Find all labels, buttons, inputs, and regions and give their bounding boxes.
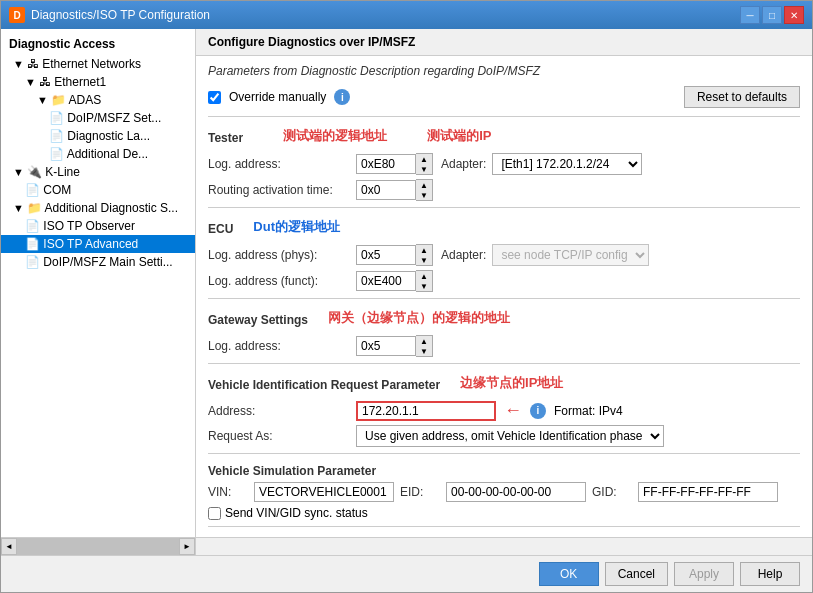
tester-adapter-section: Adapter: [Eth1] 172.20.1.2/24 bbox=[441, 153, 642, 175]
scroll-thumb bbox=[17, 538, 179, 555]
ecu-phys-down-btn[interactable]: ▼ bbox=[416, 255, 432, 265]
gateway-log-address-row: Log. address: ▲ ▼ bbox=[208, 335, 800, 357]
gateway-log-field[interactable] bbox=[356, 336, 416, 356]
routing-row: Routing activation time: ▲ ▼ bbox=[208, 179, 800, 201]
ecu-log-phys-field[interactable] bbox=[356, 245, 416, 265]
eid-field[interactable] bbox=[446, 482, 586, 502]
gateway-label: Gateway Settings bbox=[208, 309, 308, 327]
apply-button[interactable]: Apply bbox=[674, 562, 734, 586]
gateway-down-btn[interactable]: ▼ bbox=[416, 346, 432, 356]
ecu-log-phys-input: ▲ ▼ bbox=[356, 244, 433, 266]
annotation-vehicle-id: 边缘节点的IP地址 bbox=[460, 374, 563, 392]
ecu-funct-down-btn[interactable]: ▼ bbox=[416, 281, 432, 291]
ecu-log-phys-label: Log. address (phys): bbox=[208, 248, 348, 262]
expand-icon: ▼ bbox=[25, 76, 36, 88]
routing-spin-btns: ▲ ▼ bbox=[416, 179, 433, 201]
scroll-right-btn[interactable]: ► bbox=[179, 538, 195, 555]
maximize-button[interactable]: □ bbox=[762, 6, 782, 24]
right-panel: Configure Diagnostics over IP/MSFZ Param… bbox=[196, 29, 812, 537]
ok-button[interactable]: OK bbox=[539, 562, 599, 586]
bottom-bar: OK Cancel Apply Help bbox=[1, 555, 812, 592]
request-as-label: Request As: bbox=[208, 429, 348, 443]
right-panel-header: Configure Diagnostics over IP/MSFZ bbox=[196, 29, 812, 56]
ecu-adapter-section: Adapter: see node TCP/IP config bbox=[441, 244, 649, 266]
routing-down-btn[interactable]: ▼ bbox=[416, 190, 432, 200]
annotation-tester-logic: 测试端的逻辑地址 bbox=[283, 127, 387, 145]
ecu-funct-up-btn[interactable]: ▲ bbox=[416, 271, 432, 281]
ecu-log-funct-field[interactable] bbox=[356, 271, 416, 291]
address-label: Address: bbox=[208, 404, 348, 418]
tree-item-additional-diag[interactable]: ▼ 📁 Additional Diagnostic S... bbox=[1, 199, 195, 217]
divider-5 bbox=[208, 453, 800, 454]
info-icon[interactable]: i bbox=[334, 89, 350, 105]
gateway-log-address-label: Log. address: bbox=[208, 339, 348, 353]
request-as-select[interactable]: Use given address, omit Vehicle Identifi… bbox=[356, 425, 664, 447]
minimize-button[interactable]: ─ bbox=[740, 6, 760, 24]
sync-checkbox[interactable] bbox=[208, 507, 221, 520]
divider-6 bbox=[208, 526, 800, 527]
tree-label: 📄 DoIP/MSFZ Main Setti... bbox=[25, 255, 173, 269]
tree-item-kline[interactable]: ▼ 🔌 K-Line bbox=[1, 163, 195, 181]
close-button[interactable]: ✕ bbox=[784, 6, 804, 24]
gateway-spin-btns: ▲ ▼ bbox=[416, 335, 433, 357]
gid-field[interactable] bbox=[638, 482, 778, 502]
ecu-log-funct-label: Log. address (funct): bbox=[208, 274, 348, 288]
gateway-log-input: ▲ ▼ bbox=[356, 335, 433, 357]
ecu-adapter-label: Adapter: bbox=[441, 248, 486, 262]
routing-up-btn[interactable]: ▲ bbox=[416, 180, 432, 190]
ecu-adapter-select[interactable]: see node TCP/IP config bbox=[492, 244, 649, 266]
vehicle-sim-label: Vehicle Simulation Parameter bbox=[208, 460, 800, 478]
tree-item-doip-msfz-set[interactable]: 📄 DoIP/MSFZ Set... bbox=[1, 109, 195, 127]
override-checkbox[interactable] bbox=[208, 91, 221, 104]
routing-label: Routing activation time: bbox=[208, 183, 348, 197]
bottom-area: ◄ ► OK Cancel Apply Help bbox=[1, 537, 812, 592]
tree-item-adas[interactable]: ▼ 📁 ADAS bbox=[1, 91, 195, 109]
tree-item-com[interactable]: 📄 COM bbox=[1, 181, 195, 199]
tester-log-spin-btns: ▲ ▼ bbox=[416, 153, 433, 175]
sync-label: Send VIN/GID sync. status bbox=[225, 506, 368, 520]
tree-item-doip-main[interactable]: 📄 DoIP/MSFZ Main Setti... bbox=[1, 253, 195, 271]
tree-item-ethernet1[interactable]: ▼ 🖧 Ethernet1 bbox=[1, 73, 195, 91]
address-info-icon[interactable]: i bbox=[530, 403, 546, 419]
tree-label: 🔌 K-Line bbox=[27, 165, 80, 179]
routing-input: ▲ ▼ bbox=[356, 179, 433, 201]
content-area: Diagnostic Access ▼ 🖧 Ethernet Networks … bbox=[1, 29, 812, 537]
expand-icon: ▼ bbox=[13, 166, 24, 178]
left-scrollbar: ◄ ► bbox=[1, 538, 196, 555]
tree-item-iso-tp-advanced[interactable]: 📄 ISO TP Advanced bbox=[1, 235, 195, 253]
window-title: Diagnostics/ISO TP Configuration bbox=[31, 8, 210, 22]
main-window: D Diagnostics/ISO TP Configuration ─ □ ✕… bbox=[0, 0, 813, 593]
eid-label: EID: bbox=[400, 485, 440, 499]
tree-label: 📄 Additional De... bbox=[49, 147, 148, 161]
reset-button[interactable]: Reset to defaults bbox=[684, 86, 800, 108]
tree-item-additional-de[interactable]: 📄 Additional De... bbox=[1, 145, 195, 163]
help-button[interactable]: Help bbox=[740, 562, 800, 586]
tree-label: 📄 ISO TP Observer bbox=[25, 219, 135, 233]
tester-log-address-label: Log. address: bbox=[208, 157, 348, 171]
gateway-up-btn[interactable]: ▲ bbox=[416, 336, 432, 346]
cancel-button[interactable]: Cancel bbox=[605, 562, 668, 586]
params-header: Parameters from Diagnostic Description r… bbox=[208, 64, 800, 78]
gid-label: GID: bbox=[592, 485, 632, 499]
tree-label: 📄 ISO TP Advanced bbox=[25, 237, 138, 251]
title-bar: D Diagnostics/ISO TP Configuration ─ □ ✕ bbox=[1, 1, 812, 29]
tester-log-down-btn[interactable]: ▼ bbox=[416, 164, 432, 174]
tree-label: 🖧 Ethernet1 bbox=[39, 75, 106, 89]
ecu-phys-up-btn[interactable]: ▲ bbox=[416, 245, 432, 255]
vin-field[interactable] bbox=[254, 482, 394, 502]
routing-field[interactable] bbox=[356, 180, 416, 200]
expand-icon: ▼ bbox=[13, 58, 24, 70]
tester-log-address-field[interactable] bbox=[356, 154, 416, 174]
expand-icon: ▼ bbox=[13, 202, 24, 214]
tree-item-iso-tp-observer[interactable]: 📄 ISO TP Observer bbox=[1, 217, 195, 235]
tester-adapter-select[interactable]: [Eth1] 172.20.1.2/24 bbox=[492, 153, 642, 175]
sync-row: Send VIN/GID sync. status bbox=[208, 506, 800, 520]
tester-log-up-btn[interactable]: ▲ bbox=[416, 154, 432, 164]
request-as-row: Request As: Use given address, omit Vehi… bbox=[208, 425, 800, 447]
address-field[interactable] bbox=[356, 401, 496, 421]
arrow-icon: ← bbox=[504, 400, 522, 421]
tree-item-ethernet-networks[interactable]: ▼ 🖧 Ethernet Networks bbox=[1, 55, 195, 73]
tree-item-diagnostic-la[interactable]: 📄 Diagnostic La... bbox=[1, 127, 195, 145]
tree-label: 📄 COM bbox=[25, 183, 71, 197]
scroll-left-btn[interactable]: ◄ bbox=[1, 538, 17, 555]
